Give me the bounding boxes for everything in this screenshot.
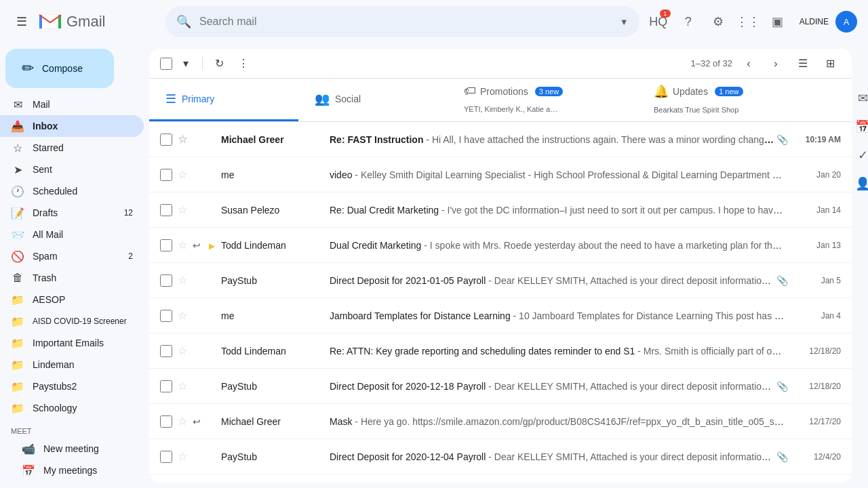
email-checkbox[interactable]	[160, 169, 172, 181]
email-checkbox[interactable]	[160, 239, 172, 251]
star-button[interactable]: ☆	[178, 309, 187, 322]
paystubs2-icon: 📁	[11, 380, 24, 393]
reply-icon: ↩	[193, 240, 203, 251]
star-button[interactable]: ☆	[178, 450, 187, 463]
view-button[interactable]: ▣	[764, 8, 791, 35]
sidebar-item-trash[interactable]: 🗑 Trash	[0, 267, 144, 289]
hq-button[interactable]: HQ 1	[645, 8, 672, 35]
email-preview: - Dear KELLEY SMITH, Attached is your di…	[486, 381, 774, 392]
tab-promotions[interactable]: 🏷 Promotions 3 new YETI, Kimberly K., Ka…	[448, 79, 637, 121]
email-row[interactable]: ☆↩Michael GreerMask - Here ya go. https:…	[149, 404, 852, 439]
lindeman-icon: 📁	[11, 359, 24, 371]
important-emails-icon: 📁	[11, 337, 24, 350]
email-checkbox[interactable]	[160, 274, 172, 287]
email-row[interactable]: ☆meJamboard Templates for Distance Learn…	[149, 298, 852, 333]
search-bar[interactable]: 🔍 ▼	[165, 6, 639, 37]
next-page-button[interactable]: ›	[765, 53, 787, 75]
email-row[interactable]: ☆PayStubDirect Deposit for 2020-12-04 Pa…	[149, 439, 852, 474]
more-options-button[interactable]: ⋮	[233, 53, 254, 75]
right-panel-icon-3[interactable]: ✓	[858, 148, 868, 163]
tab-updates-label: Updates	[673, 86, 708, 97]
grid-view-button[interactable]: ⊞	[819, 53, 841, 75]
sidebar-item-spam[interactable]: 🚫 Spam 2	[0, 245, 144, 267]
star-button[interactable]: ☆	[178, 274, 187, 287]
email-subject-body: Mask - Here ya go. https://smile.amazon.…	[330, 416, 785, 427]
attachment-icon: 📎	[776, 275, 788, 286]
sidebar-item-paystubs2[interactable]: 📁 Paystubs2	[0, 375, 144, 397]
sidebar-item-aesop[interactable]: 📁 AESOP	[0, 289, 144, 310]
email-date: 12/18/20	[793, 346, 841, 356]
apps-button[interactable]: ⋮⋮	[734, 8, 762, 35]
tab-primary[interactable]: ☰ Primary	[149, 79, 298, 121]
menu-button[interactable]: ☰	[11, 9, 33, 35]
email-checkbox[interactable]	[160, 380, 172, 392]
star-button[interactable]: ☆	[178, 415, 187, 428]
email-subject: Direct Deposit for 2020-12-04 Payroll	[330, 451, 486, 462]
star-button[interactable]: ☆	[178, 133, 187, 146]
email-checkbox[interactable]	[160, 345, 172, 357]
email-sender: me	[221, 169, 330, 180]
sidebar-item-schoology[interactable]: 📁 Schoology	[0, 397, 144, 419]
star-button[interactable]: ☆	[178, 380, 187, 392]
list-view-button[interactable]: ☰	[792, 53, 814, 75]
star-button[interactable]: ☆	[178, 168, 187, 181]
email-checkbox[interactable]	[160, 204, 172, 216]
email-checkbox[interactable]	[160, 134, 172, 146]
sidebar-item-label-all-mail: All Mail	[33, 229, 63, 240]
email-checkbox[interactable]	[160, 415, 172, 428]
email-row[interactable]: ☆PayStubDirect Deposit for 2020-12-18 Pa…	[149, 369, 852, 404]
tab-updates[interactable]: 🔔 Updates 1 new Bearkats True Spirit Sho…	[637, 79, 827, 121]
sidebar-item-starred[interactable]: ☆ Starred	[0, 137, 144, 159]
email-checkbox[interactable]	[160, 310, 172, 322]
email-subject-body: Re: Dual Credit Marketing - I've got the…	[330, 205, 785, 216]
email-subject-body: Jamboard Templates for Distance Learning…	[330, 310, 785, 321]
sidebar-item-aisd-covid[interactable]: 📁 AISD COVID-19 Screener	[0, 310, 144, 332]
email-checkbox[interactable]	[160, 451, 172, 463]
account-button[interactable]: ALDINE A	[800, 11, 857, 33]
star-button[interactable]: ☆	[178, 344, 187, 357]
email-row[interactable]: ☆mezip images - snagit images.zip Kelley…	[149, 474, 852, 483]
topbar: ☰ Gmail 🔍 ▼ HQ 1 ? ⚙	[0, 0, 868, 43]
updates-tab-sub: Bearkats True Spirit Shop	[654, 106, 738, 114]
sidebar-item-lindeman[interactable]: 📁 Lindeman	[0, 354, 144, 375]
tab-social[interactable]: 👥 Social	[298, 79, 448, 121]
email-row[interactable]: ☆Susan PelezoRe: Dual Credit Marketing -…	[149, 192, 852, 228]
attachment-icon: 📎	[776, 451, 788, 462]
right-panel-icon-4[interactable]: 👤	[855, 176, 868, 191]
avatar[interactable]: A	[835, 11, 857, 33]
sidebar-item-my-meetings[interactable]: 📅 My meetings	[11, 460, 133, 481]
email-row[interactable]: ☆Todd LindemanRe: ATTN: Key grade report…	[149, 333, 852, 369]
sidebar-item-inbox[interactable]: 📥 Inbox	[0, 115, 144, 137]
settings-button[interactable]: ⚙	[705, 8, 732, 35]
star-button[interactable]: ☆	[178, 239, 187, 251]
sidebar-item-all-mail[interactable]: 📨 All Mail	[0, 224, 144, 245]
email-row[interactable]: ☆mevideo - Kelley Smith Digital Learning…	[149, 157, 852, 192]
help-button[interactable]: ?	[675, 8, 702, 35]
sidebar-item-label-trash: Trash	[33, 272, 56, 283]
select-all-checkbox[interactable]	[160, 58, 172, 70]
refresh-button[interactable]: ↻	[208, 53, 230, 75]
sidebar-item-label-sent: Sent	[33, 164, 52, 175]
sidebar-item-scheduled[interactable]: 🕐 Scheduled	[0, 180, 144, 202]
social-tab-icon: 👥	[315, 92, 330, 106]
prev-page-button[interactable]: ‹	[738, 53, 760, 75]
spam-count: 2	[128, 251, 133, 261]
select-dropdown-button[interactable]: ▾	[175, 53, 197, 75]
email-row[interactable]: ☆↩▶Todd LindemanDual Credit Marketing - …	[149, 228, 852, 263]
sidebar-item-new-meeting[interactable]: 📹 New meeting	[11, 438, 133, 460]
email-row[interactable]: ☆PayStubDirect Deposit for 2021-01-05 Pa…	[149, 263, 852, 298]
sidebar-item-mail[interactable]: ✉ Mail	[0, 94, 144, 115]
primary-tab-icon: ☰	[165, 92, 176, 106]
drafts-icon: 📝	[11, 207, 24, 220]
search-dropdown-icon[interactable]: ▼	[620, 17, 629, 27]
sidebar-item-important-emails[interactable]: 📁 Important Emails	[0, 332, 144, 354]
promotions-tab-sub: YETI, Kimberly K., Katie at Thir...	[464, 105, 559, 113]
sidebar-item-sent[interactable]: ➤ Sent	[0, 159, 144, 180]
right-panel-icon-2[interactable]: 📅	[855, 119, 868, 134]
right-panel-icon-1[interactable]: ✉	[858, 91, 868, 106]
sidebar-item-drafts[interactable]: 📝 Drafts 12	[0, 202, 144, 224]
compose-button[interactable]: ✏ Compose	[5, 49, 114, 88]
email-row[interactable]: ☆Michael GreerRe: FAST Instruction - Hi …	[149, 122, 852, 157]
search-input[interactable]	[199, 16, 614, 28]
star-button[interactable]: ☆	[178, 203, 187, 216]
